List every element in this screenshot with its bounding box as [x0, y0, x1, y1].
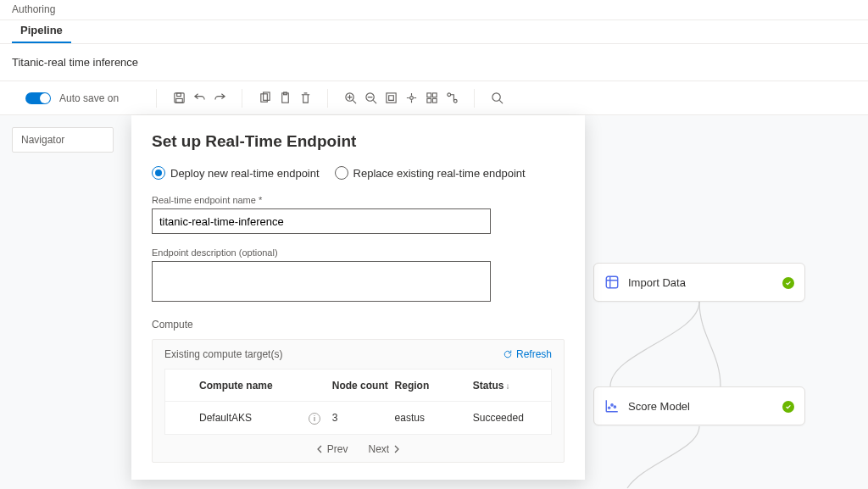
refresh-icon: [503, 349, 513, 359]
svg-point-21: [611, 404, 613, 406]
flow-icon[interactable]: [442, 88, 462, 108]
endpoint-desc-label: Endpoint description (optional): [152, 247, 565, 258]
zoom-in-icon[interactable]: [340, 88, 360, 108]
svg-point-16: [447, 93, 450, 97]
table-row[interactable]: DefaultAKS i 3 eastus Succeeded: [165, 402, 551, 434]
node-import-data[interactable]: Import Data: [593, 263, 805, 302]
pipeline-name-bar: Titanic-real time inference: [0, 44, 868, 81]
svg-rect-19: [606, 276, 618, 288]
cell-region: eastus: [395, 412, 473, 424]
navigator-panel[interactable]: Navigator: [12, 127, 114, 153]
navigator-label: Navigator: [21, 134, 64, 146]
radio-deploy-new[interactable]: Deploy new real-time endpoint: [152, 166, 320, 180]
tabs-bar: Pipeline: [0, 20, 868, 44]
svg-point-20: [609, 407, 610, 408]
zoom-fit-icon[interactable]: [381, 88, 401, 108]
svg-rect-13: [432, 93, 437, 97]
table-pager: Prev Next: [164, 443, 552, 455]
redo-icon[interactable]: [209, 88, 230, 108]
existing-targets-label: Existing compute target(s): [164, 348, 282, 360]
svg-rect-12: [426, 93, 431, 97]
info-icon[interactable]: i: [309, 413, 320, 425]
authoring-section-label: Authoring: [0, 0, 868, 20]
compute-box: Existing compute target(s) Refresh Compu…: [152, 339, 565, 463]
svg-point-18: [492, 93, 499, 101]
svg-rect-14: [426, 98, 431, 103]
svg-rect-3: [175, 98, 182, 103]
modal-title: Set up Real-Time Endpoint: [152, 132, 565, 151]
radio-icon: [335, 166, 348, 180]
node-label: Score Model: [628, 400, 690, 413]
status-success-icon: [782, 398, 794, 414]
zoom-out-icon[interactable]: [360, 88, 381, 108]
node-score-model[interactable]: Score Model: [593, 386, 805, 425]
delete-icon[interactable]: [295, 88, 315, 108]
radio-icon: [152, 166, 165, 180]
col-compute-name[interactable]: Compute name: [199, 380, 309, 392]
status-success-icon: [782, 275, 794, 290]
sort-down-icon: ↓: [505, 381, 509, 391]
toolbar: Auto save on: [0, 81, 868, 115]
setup-endpoint-modal: Set up Real-Time Endpoint Deploy new rea…: [131, 115, 585, 480]
chart-icon: [604, 398, 620, 414]
layout-icon[interactable]: [401, 88, 421, 108]
cell-status: Succeeded: [473, 412, 551, 424]
chevron-right-icon: [392, 445, 401, 453]
col-region[interactable]: Region: [395, 380, 473, 392]
radio-label: Replace existing real-time endpoint: [353, 167, 526, 180]
search-icon[interactable]: [487, 88, 507, 108]
radio-label: Deploy new real-time endpoint: [170, 167, 320, 180]
autosave-toggle[interactable]: [25, 92, 51, 104]
undo-icon[interactable]: [189, 88, 209, 108]
table-header: Compute name Node count Region Status↓: [165, 370, 551, 402]
grid-icon[interactable]: [421, 88, 442, 108]
save-icon[interactable]: [169, 88, 189, 108]
compute-section-label: Compute: [152, 319, 565, 331]
col-status[interactable]: Status↓: [473, 380, 551, 392]
pipeline-name: Titanic-real time inference: [12, 56, 138, 69]
cell-name: DefaultAKS: [199, 412, 309, 424]
autosave-label: Auto save on: [59, 92, 119, 104]
svg-rect-10: [386, 93, 395, 103]
paste-icon[interactable]: [275, 88, 295, 108]
radio-replace-existing[interactable]: Replace existing real-time endpoint: [335, 166, 526, 180]
next-label: Next: [369, 443, 390, 455]
endpoint-name-label: Real-time endpoint name *: [152, 195, 565, 205]
prev-button[interactable]: Prev: [315, 443, 348, 455]
svg-point-22: [614, 406, 615, 408]
copy-icon[interactable]: [254, 88, 275, 108]
svg-rect-15: [432, 98, 437, 103]
data-icon: [604, 275, 620, 290]
pipeline-canvas[interactable]: Navigator Import Data Score Model Set up…: [0, 115, 868, 489]
refresh-label: Refresh: [516, 348, 552, 360]
endpoint-desc-input[interactable]: [152, 261, 491, 302]
prev-label: Prev: [327, 443, 348, 455]
next-button[interactable]: Next: [369, 443, 402, 455]
chevron-left-icon: [315, 445, 324, 453]
svg-rect-2: [176, 93, 181, 97]
compute-table: Compute name Node count Region Status↓ D…: [164, 369, 552, 435]
refresh-button[interactable]: Refresh: [503, 348, 552, 360]
col-node-count[interactable]: Node count: [332, 380, 395, 392]
endpoint-name-input[interactable]: [152, 208, 491, 234]
tab-pipeline[interactable]: Pipeline: [12, 24, 71, 43]
svg-point-11: [409, 97, 413, 100]
cell-node-count: 3: [332, 412, 395, 424]
node-label: Import Data: [628, 276, 686, 289]
